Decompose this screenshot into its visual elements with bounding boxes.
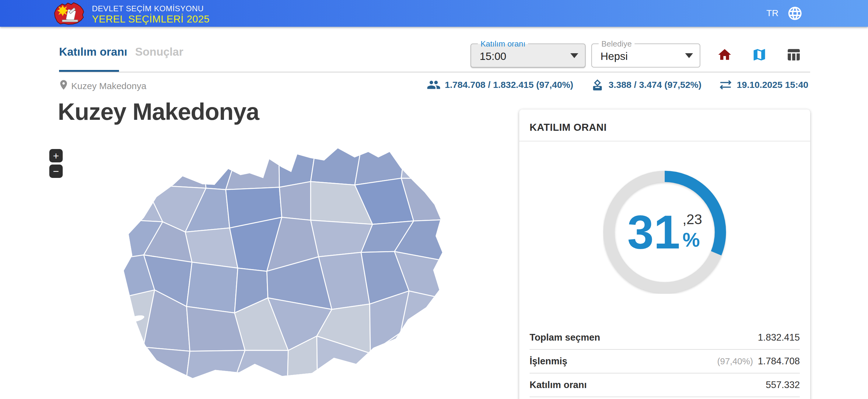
home-icon[interactable] xyxy=(717,47,732,62)
table-row: Toplam seçmen 1.832.415 xyxy=(530,326,800,350)
municipality-regions[interactable] xyxy=(111,139,446,383)
stations-stat-value: 3.388 / 3.474 (97,52%) xyxy=(609,80,702,90)
row-value: 1.832.415 xyxy=(758,332,800,343)
turnout-card: KATILIM ORANI 31 ,23 % Toplam seçmen 1.8… xyxy=(519,109,810,399)
chevron-down-icon xyxy=(685,53,693,58)
turnout-table: Toplam seçmen 1.832.415 İşlenmiş (97,40%… xyxy=(530,326,800,397)
ballot-box-icon xyxy=(590,78,604,92)
municipality-select-label: Belediye xyxy=(599,39,634,48)
table-view-icon[interactable] xyxy=(786,47,801,62)
map-zoom-in-button[interactable]: + xyxy=(49,149,63,162)
location-pin-icon xyxy=(58,79,69,91)
tab-turnout[interactable]: Katılım oranı xyxy=(59,45,127,58)
map-zoom-out-button[interactable]: − xyxy=(49,165,63,178)
election-name: YEREL SEÇİMLERİ 2025 xyxy=(92,13,210,25)
language-code[interactable]: TR xyxy=(766,8,778,18)
row-label: Toplam seçmen xyxy=(530,332,600,343)
row-value: 1.784.708 xyxy=(758,356,800,367)
row-label: İşlenmiş xyxy=(530,356,567,367)
app-header: DEVLET SEÇİM KOMİSYONU YEREL SEÇİMLERİ 2… xyxy=(0,0,868,27)
table-row: Katılım oranı 557.332 xyxy=(530,373,800,397)
time-select-value: 15:00 xyxy=(479,50,506,62)
percent-fraction: ,23 xyxy=(683,211,702,228)
macedonia-map[interactable] xyxy=(111,139,446,383)
map-view-icon[interactable] xyxy=(752,47,767,62)
breadcrumb: Kuzey Makedonya xyxy=(71,81,146,91)
turnout-card-title: KATILIM ORANI xyxy=(530,122,607,133)
gauge-value: 31 ,23 % xyxy=(603,170,726,294)
row-label: Katılım oranı xyxy=(530,379,587,391)
tab-results[interactable]: Sonuçlar xyxy=(135,45,183,58)
update-stat: 19.10.2025 15:40 xyxy=(719,78,808,92)
voters-icon xyxy=(427,78,441,92)
voters-stat: 1.784.708 / 1.832.415 (97,40%) xyxy=(427,78,574,92)
chevron-down-icon xyxy=(570,53,578,58)
row-note: (97,40%) xyxy=(717,357,753,366)
tabs-divider xyxy=(59,72,810,72)
update-stat-value: 19.10.2025 15:40 xyxy=(737,80,808,90)
time-select[interactable]: Katılım oranı 15:00 xyxy=(470,43,586,68)
row-value: 557.332 xyxy=(766,379,800,391)
municipality-select[interactable]: Belediye Hepsi xyxy=(591,43,700,68)
sec-logo xyxy=(54,2,85,25)
table-row: İşlenmiş (97,40%) 1.784.708 xyxy=(530,350,800,373)
percent-symbol: % xyxy=(683,229,700,251)
sync-arrows-icon xyxy=(719,78,733,92)
stations-stat: 3.388 / 3.474 (97,52%) xyxy=(590,78,702,92)
page-title: Kuzey Makedonya xyxy=(58,98,259,126)
time-select-label: Katılım oranı xyxy=(478,39,528,48)
voters-stat-value: 1.784.708 / 1.832.415 (97,40%) xyxy=(445,80,574,90)
percent-integer: 31 xyxy=(627,208,680,256)
summary-stats: 1.784.708 / 1.832.415 (97,40%) 3.388 / 3… xyxy=(427,77,808,93)
election-page: DEVLET SEÇİM KOMİSYONU YEREL SEÇİMLERİ 2… xyxy=(0,0,868,399)
municipality-select-value: Hepsi xyxy=(600,50,627,62)
org-name: DEVLET SEÇİM KOMİSYONU xyxy=(92,4,204,13)
globe-icon[interactable] xyxy=(787,5,803,21)
card-divider xyxy=(519,141,810,141)
